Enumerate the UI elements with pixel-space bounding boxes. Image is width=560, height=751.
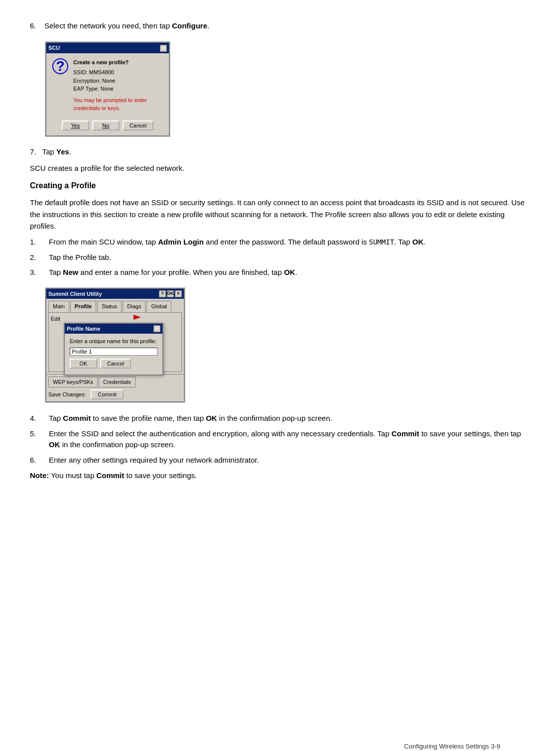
step-1-content: From the main SCU window, tap Admin Logi… <box>49 237 530 248</box>
step-5-text3: in the confirmation pop-up screen. <box>60 440 175 449</box>
close-icon: × <box>177 290 179 297</box>
step-2-item: 2. Tap the Profile tab. <box>30 252 530 263</box>
profile-name-buttons: OK Cancel <box>70 359 157 369</box>
close-icon: × <box>162 44 165 52</box>
dialog1-yes-btn[interactable]: Yes <box>62 121 89 130</box>
step-5-num: 5. <box>30 428 49 451</box>
dialog1-line1: Create a new profile? <box>73 58 163 67</box>
tab-main[interactable]: Main <box>48 301 69 312</box>
tab-main-label: Main <box>53 303 65 309</box>
credentials-label: Credentials <box>103 379 131 385</box>
note-label: Note: <box>30 471 49 480</box>
step-1-text3: . Tap <box>394 238 412 246</box>
step-6b-item: 6. Enter any other settings required by … <box>30 455 530 466</box>
scu-titlebar: Summit Client Utility ? OK × <box>46 289 184 299</box>
step-1-bold2: OK <box>413 238 424 246</box>
commit-label: Commit <box>98 391 117 397</box>
step-2-num: 2. <box>30 252 49 263</box>
step-6-bold: Configure <box>172 21 207 30</box>
step-4-text3: in the confirmation pop-up screen. <box>217 414 332 422</box>
step-3-bold1: New <box>63 268 78 276</box>
scu-tab-content: Edit Profile Name × <box>48 312 182 372</box>
profile-name-ok-btn[interactable]: OK <box>70 359 97 369</box>
step-3-item: 3. Tap New and enter a name for your pro… <box>30 267 530 278</box>
profile-name-cancel-btn[interactable]: Cancel <box>100 359 131 369</box>
wep-keys-label: WEP keys/PSKs <box>53 379 93 385</box>
step-4-text1: Tap <box>49 414 63 422</box>
note-para: Note: You must tap Commit to save your s… <box>30 470 530 481</box>
profile-name-label: Enter a unique name for this profile: <box>70 338 157 345</box>
scu-bottom-section: WEP keys/PSKs Credentials Save Changes: … <box>46 374 184 402</box>
step-5-content: Enter the SSID and select the authentica… <box>49 428 530 451</box>
step-5-text2: to save your settings, then tap <box>420 429 521 438</box>
scu-bottom-tabs: WEP keys/PSKs Credentials <box>48 376 182 388</box>
scu-help-btn[interactable]: ? <box>159 290 166 297</box>
tab-profile-label: Profile <box>75 303 92 309</box>
step-3-bold2: OK <box>284 268 295 276</box>
step-4-text2: to save the profile name, then tap <box>91 414 206 422</box>
step-6-num: 6. <box>30 21 42 30</box>
svg-marker-0 <box>76 315 141 320</box>
note-text2: to save your settings. <box>124 471 197 480</box>
step-6b-content: Enter any other settings required by you… <box>49 455 530 466</box>
cancel-label: Cancel <box>130 123 146 128</box>
dialog1-line3: Encryption: None <box>73 77 163 85</box>
tab-diags[interactable]: Diags <box>123 301 145 312</box>
dialog1-buttons: Yes No Cancel <box>46 118 169 135</box>
ok-label: OK <box>80 361 88 367</box>
step-3-punct: . <box>295 268 297 276</box>
step-1-item: 1. From the main SCU window, tap Admin L… <box>30 237 530 248</box>
step-3-num: 3. <box>30 267 49 278</box>
profile-name-input[interactable] <box>70 348 157 356</box>
tab-status[interactable]: Status <box>97 301 122 312</box>
step-6-punct: . <box>207 21 209 30</box>
red-arrow-container <box>76 313 141 324</box>
scu-create-profile-dialog: SCU × ? Create a new profile? SSID: MMS4… <box>45 42 170 136</box>
step-2-content: Tap the Profile tab. <box>49 252 530 263</box>
steps-4-6-list: 4. Tap Commit to save the profile name, … <box>30 413 530 466</box>
tab-status-label: Status <box>102 303 117 309</box>
step-4-bold1: Commit <box>63 414 91 422</box>
step-6-intro: Select the network you need, then tap <box>44 21 172 30</box>
step-5-item: 5. Enter the SSID and select the authent… <box>30 428 530 451</box>
profile-name-dialog: Profile Name × Enter a unique name for t… <box>64 323 163 376</box>
default-profile-para: The default profile does not have an SSI… <box>30 197 530 232</box>
step-6b-num: 6. <box>30 455 49 466</box>
dialog1-note: You may be prompted to enter credentials… <box>73 96 163 113</box>
step-1-text2: and enter the password. The default pass… <box>204 238 369 246</box>
dialog1-close-btn[interactable]: × <box>160 45 167 52</box>
save-changes-label: Save Changes: <box>48 390 86 399</box>
dialog1-content: ? Create a new profile? SSID: MMS4800 En… <box>46 53 169 118</box>
scu-ok-btn[interactable]: OK <box>167 290 174 297</box>
step-5-bold1: Commit <box>392 429 420 438</box>
dialog1-no-btn[interactable]: No <box>92 121 120 130</box>
dialog1-cancel-btn[interactable]: Cancel <box>123 121 153 130</box>
section-heading: Creating a Profile <box>30 180 530 192</box>
profile-name-titlebar: Profile Name × <box>65 324 162 334</box>
step-5-text1: Enter the SSID and select the authentica… <box>49 429 392 438</box>
step-6-text: 6. Select the network you need, then tap… <box>30 20 530 31</box>
scu-main-window: Summit Client Utility ? OK × Main <box>45 288 185 403</box>
step-3-text2: and enter a name for your profile. When … <box>78 268 284 276</box>
profile-name-close-btn[interactable]: × <box>153 325 160 332</box>
scu-creates-para: SCU creates a profile for the selected n… <box>30 162 530 174</box>
step-7-punct: . <box>69 147 71 156</box>
question-icon: ? <box>161 290 164 297</box>
scu-save-row: Save Changes: Commit <box>48 389 182 399</box>
note-block: Note: You must tap Commit to save your s… <box>30 470 530 481</box>
edit-label: Edit <box>51 316 60 322</box>
step-1-text1: From the main SCU window, tap <box>49 238 158 246</box>
step-6-block: 6. Select the network you need, then tap… <box>30 20 530 31</box>
tab-global[interactable]: Global <box>146 301 171 312</box>
scu-close-btn[interactable]: × <box>175 290 182 297</box>
wep-keys-tab[interactable]: WEP keys/PSKs <box>48 376 98 388</box>
dialog1-line2: SSID: MMS4800 <box>73 68 163 77</box>
step-1-code: SUMMIT <box>369 238 395 246</box>
steps-list: 1. From the main SCU window, tap Admin L… <box>30 237 530 278</box>
scu-tabs: Main Profile Status Diags Global <box>46 299 184 312</box>
step-7-bold: Yes <box>56 147 69 156</box>
tab-profile[interactable]: Profile <box>70 301 96 312</box>
commit-button[interactable]: Commit <box>91 389 124 399</box>
dialog1-screenshot: SCU × ? Create a new profile? SSID: MMS4… <box>45 41 170 137</box>
credentials-tab[interactable]: Credentials <box>99 376 136 388</box>
